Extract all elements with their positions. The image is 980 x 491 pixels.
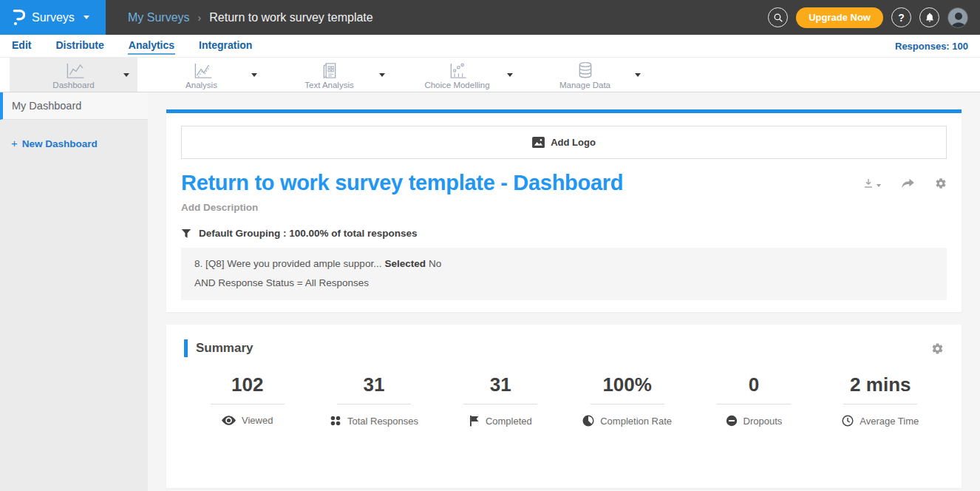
chevron-down-icon[interactable]: [379, 73, 385, 77]
choice-modelling-icon: [447, 62, 467, 79]
summary-title: Summary: [196, 341, 253, 356]
chevron-down-icon[interactable]: [635, 73, 641, 77]
stat-label-row: Viewed: [184, 415, 310, 426]
stat-value: 0: [690, 373, 817, 396]
question-mark-icon: ?: [898, 12, 905, 24]
criteria-question-text: 8. [Q8] Were you provided ample suppor..…: [194, 258, 381, 269]
summary-header: Summary: [184, 339, 944, 357]
chevron-down-icon[interactable]: [507, 73, 513, 77]
criteria-line-2: AND Response Status = All Responses: [194, 277, 933, 288]
default-grouping-row[interactable]: Default Grouping : 100.00% of total resp…: [181, 228, 947, 239]
content-area: My Dashboard + New Dashboard Add Logo Re…: [0, 92, 980, 491]
share-icon: [901, 178, 915, 189]
stat-label-row: Dropouts: [690, 415, 817, 427]
download-button[interactable]: [862, 177, 881, 189]
criteria-value: No: [429, 258, 441, 269]
text-analysis-icon: [321, 62, 338, 79]
toolbar-item-choice-modelling[interactable]: Choice Modelling: [393, 58, 521, 92]
stat-value: 100%: [564, 373, 690, 396]
sidebar-item-my-dashboard[interactable]: My Dashboard: [0, 92, 148, 120]
completion-rate-icon: [582, 415, 594, 427]
divider: [463, 404, 537, 404]
tab-integration[interactable]: Integration: [198, 37, 253, 55]
stat-viewed: 102 Viewed: [184, 373, 310, 427]
chevron-down-icon: [877, 184, 881, 187]
tab-edit[interactable]: Edit: [11, 37, 32, 55]
summary-stats-row: 102 Viewed 31: [184, 373, 944, 427]
clock-icon: [842, 415, 854, 427]
chevron-down-icon[interactable]: [123, 73, 129, 77]
stat-label: Dropouts: [743, 416, 783, 427]
minus-circle-icon: [726, 415, 738, 427]
flag-icon: [469, 415, 480, 427]
stat-value: 102: [184, 373, 310, 396]
tab-analytics[interactable]: Analytics: [128, 37, 175, 55]
dots-grid-icon: [330, 415, 341, 427]
stat-completed: 31 Completed: [438, 373, 564, 427]
summary-card: Summary 102 Viewed: [166, 325, 962, 488]
database-icon: [576, 61, 594, 79]
new-dashboard-button[interactable]: + New Dashboard: [11, 137, 148, 149]
breadcrumb-my-surveys[interactable]: My Surveys: [128, 11, 190, 24]
dashboard-sidebar: My Dashboard + New Dashboard: [0, 92, 148, 491]
avatar[interactable]: [947, 7, 968, 28]
stat-value: 2 mins: [817, 373, 944, 396]
sidebar-item-label: My Dashboard: [12, 100, 81, 112]
title-row: Return to work survey template - Dashboa…: [181, 171, 947, 195]
app-logo-icon: [13, 8, 25, 27]
breadcrumb-survey-title: Return to work survey template: [209, 11, 372, 24]
search-icon: [773, 13, 783, 23]
criteria-operator: Selected: [384, 258, 426, 269]
notifications-button[interactable]: [919, 7, 939, 27]
toolbar-item-label: Dashboard: [52, 81, 94, 89]
add-logo-dropzone[interactable]: Add Logo: [181, 126, 947, 159]
stat-label: Total Responses: [347, 416, 418, 427]
search-button[interactable]: [768, 7, 788, 27]
dashboard-actions: [862, 171, 947, 189]
header-actions: Upgrade Now ?: [768, 7, 968, 28]
settings-button[interactable]: [935, 177, 947, 189]
toolbar-item-label: Manage Data: [559, 81, 610, 89]
analytics-toolbar: Dashboard Analysis Text Analysis Choice …: [0, 58, 980, 92]
divider: [337, 404, 411, 404]
filter-icon: [181, 228, 191, 239]
stat-completion-rate: 100% Completion Rate: [564, 373, 690, 427]
summary-settings-button[interactable]: [931, 342, 944, 355]
upgrade-now-button[interactable]: Upgrade Now: [796, 7, 883, 28]
stat-total-responses: 31 Total Responses: [310, 373, 437, 427]
download-icon: [862, 177, 874, 189]
toolbar-item-text-analysis[interactable]: Text Analysis: [265, 58, 393, 92]
breadcrumb: My Surveys › Return to work survey templ…: [128, 11, 373, 24]
stat-dropouts: 0 Dropouts: [690, 373, 817, 427]
dashboard-chart-icon: [63, 62, 85, 79]
eye-icon: [222, 416, 236, 425]
stat-label-row: Average Time: [817, 415, 944, 427]
chevron-down-icon[interactable]: [251, 73, 257, 77]
stat-label: Completed: [486, 416, 532, 427]
stat-label: Average Time: [860, 416, 919, 427]
dashboard-header-card: Add Logo Return to work survey template …: [166, 109, 962, 312]
accent-bar: [184, 339, 188, 357]
gear-icon: [935, 177, 947, 189]
app-switcher[interactable]: Surveys: [0, 0, 106, 35]
divider: [843, 404, 917, 404]
toolbar-item-dashboard[interactable]: Dashboard: [10, 58, 137, 92]
responses-count[interactable]: Responses: 100: [895, 41, 968, 52]
toolbar-item-label: Analysis: [186, 81, 217, 89]
share-button[interactable]: [901, 178, 915, 189]
breadcrumb-separator-icon: ›: [198, 12, 202, 24]
divider: [591, 404, 664, 404]
tab-distribute[interactable]: Distribute: [55, 37, 104, 55]
add-description-button[interactable]: Add Description: [181, 202, 947, 213]
default-grouping-label: Default Grouping : 100.00% of total resp…: [199, 228, 418, 239]
grouping-criteria-box: 8. [Q8] Were you provided ample suppor..…: [181, 248, 947, 300]
help-button[interactable]: ?: [891, 7, 911, 27]
toolbar-item-manage-data[interactable]: Manage Data: [521, 58, 649, 92]
app-name: Surveys: [32, 11, 75, 24]
toolbar-item-label: Text Analysis: [304, 81, 353, 89]
stat-label-row: Total Responses: [310, 415, 437, 427]
divider: [717, 404, 791, 404]
chevron-down-icon: [84, 16, 89, 19]
toolbar-item-analysis[interactable]: Analysis: [137, 58, 265, 92]
page-title: Return to work survey template - Dashboa…: [181, 171, 623, 195]
